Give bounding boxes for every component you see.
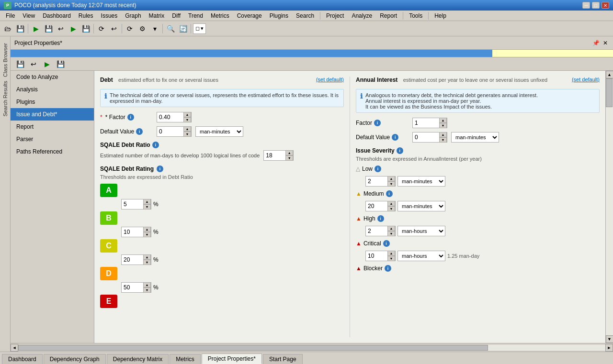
sqale-ratio-up[interactable]: ▲ [285, 150, 293, 155]
threshold-2-value[interactable] [122, 227, 143, 237]
threshold-2-down[interactable]: ▼ [143, 232, 151, 237]
panel-pin-button[interactable]: 📌 [592, 39, 600, 47]
menu-diff[interactable]: Diff [168, 11, 184, 20]
debt-default-unit-select[interactable]: man-minutes man-hours man-days [195, 126, 243, 137]
tb-run2-button[interactable]: ▶ [68, 23, 79, 34]
annual-default-down[interactable]: ▼ [439, 137, 447, 143]
debt-default-down[interactable]: ▼ [183, 132, 191, 137]
menu-search[interactable]: Search [292, 11, 318, 20]
debt-default-info-btn[interactable]: i [136, 128, 143, 135]
severity-medium-input[interactable]: ▲ ▼ [365, 201, 396, 211]
tb-new-button[interactable]: 🗁 [2, 23, 13, 34]
sqale-ratio-value[interactable] [264, 151, 285, 160]
scrollbar-track[interactable] [606, 78, 613, 335]
maximize-button[interactable]: □ [592, 2, 600, 9]
severity-high-unit-select[interactable]: man-minutes man-hours man-days [397, 226, 445, 236]
annual-interest-set-default[interactable]: (set default) [572, 77, 600, 82]
annual-default-up[interactable]: ▲ [439, 132, 447, 137]
minimize-button[interactable]: ─ [582, 2, 590, 9]
severity-high-up[interactable]: ▲ [387, 226, 395, 231]
nav-report[interactable]: Report [11, 121, 94, 133]
threshold-1-input[interactable]: ▲ ▼ [121, 199, 151, 210]
severity-medium-down[interactable]: ▼ [387, 206, 395, 211]
scrollbar-thumb[interactable] [606, 78, 613, 107]
menu-metrics[interactable]: Metrics [207, 11, 233, 20]
threshold-3-down[interactable]: ▼ [143, 260, 151, 265]
tab-dependency-matrix[interactable]: Dependency Matrix [107, 354, 169, 364]
menu-issues[interactable]: Issues [97, 11, 122, 20]
tab-dependency-graph[interactable]: Dependency Graph [44, 354, 106, 364]
tb-nav-dropdown[interactable]: ◻ ▾ [193, 23, 206, 34]
threshold-4-input[interactable]: ▲ ▼ [121, 282, 151, 293]
sqale-ratio-input[interactable]: ▲ ▼ [263, 150, 294, 161]
panel-run-button[interactable]: ▶ [41, 58, 53, 70]
sqale-ratio-info-btn[interactable]: i [152, 142, 159, 148]
tb-back-button[interactable]: ↩ [108, 23, 120, 34]
debt-factor-info-btn[interactable]: i [127, 114, 134, 121]
severity-low-down[interactable]: ▼ [387, 181, 395, 187]
annual-factor-value[interactable] [413, 118, 439, 128]
severity-critical-value[interactable] [366, 251, 387, 261]
debt-factor-up[interactable]: ▲ [183, 112, 191, 117]
threshold-2-input[interactable]: ▲ ▼ [121, 227, 151, 237]
tb-refresh-button[interactable]: ⟳ [96, 23, 107, 34]
threshold-1-value[interactable] [122, 199, 143, 209]
tb-undo-button[interactable]: ↩ [55, 23, 67, 34]
severity-blocker-info-btn[interactable]: i [385, 265, 391, 272]
threshold-1-up[interactable]: ▲ [143, 199, 151, 204]
menu-file[interactable]: File [2, 11, 19, 20]
sidebar-label-search-results[interactable]: Search Results [1, 79, 9, 119]
tab-metrics[interactable]: Metrics [170, 354, 201, 364]
annual-factor-input[interactable]: ▲ ▼ [412, 118, 447, 128]
nav-issue-and-debt[interactable]: Issue and Debt* [11, 108, 94, 121]
severity-critical-up[interactable]: ▲ [387, 251, 395, 256]
menu-plugins[interactable]: Plugins [266, 11, 292, 20]
h-scroll-right-btn[interactable]: ► [605, 344, 613, 352]
annual-factor-info-btn[interactable]: i [374, 120, 381, 126]
debt-factor-down[interactable]: ▼ [183, 117, 191, 122]
debt-default-value[interactable] [157, 127, 183, 136]
severity-medium-up[interactable]: ▲ [387, 201, 395, 206]
tb-save2-button[interactable]: 💾 [43, 23, 54, 34]
nav-analysis[interactable]: Analysis [11, 83, 94, 96]
severity-low-unit-select[interactable]: man-minutes man-hours man-days [397, 176, 445, 187]
annual-default-info-btn[interactable]: i [392, 134, 398, 141]
severity-high-info-btn[interactable]: i [377, 215, 384, 222]
menu-view[interactable]: View [19, 11, 39, 20]
severity-low-value[interactable] [366, 176, 387, 186]
menu-graph[interactable]: Graph [121, 11, 145, 20]
scrollbar-up-btn[interactable]: ▲ [606, 71, 613, 78]
threshold-4-down[interactable]: ▼ [143, 287, 151, 293]
panel-close-button[interactable]: ✕ [602, 39, 609, 47]
menu-rules[interactable]: Rules [75, 11, 97, 20]
debt-set-default[interactable]: (set default) [316, 77, 344, 82]
menu-project[interactable]: Project [322, 11, 348, 20]
debt-default-up[interactable]: ▲ [183, 126, 191, 132]
severity-high-value[interactable] [366, 226, 387, 236]
threshold-3-input[interactable]: ▲ ▼ [121, 254, 151, 265]
severity-high-input[interactable]: ▲ ▼ [365, 226, 396, 236]
threshold-1-down[interactable]: ▼ [143, 204, 151, 210]
h-scroll-left-btn[interactable]: ◄ [11, 344, 18, 352]
severity-high-down[interactable]: ▼ [387, 231, 395, 236]
severity-medium-value[interactable] [366, 201, 387, 211]
tab-project-properties[interactable]: Project Properties* [202, 353, 262, 364]
annual-default-unit-select[interactable]: man-minutes man-hours man-days [451, 132, 499, 143]
severity-low-up[interactable]: ▲ [387, 176, 395, 181]
menu-report[interactable]: Report [376, 11, 401, 20]
threshold-4-up[interactable]: ▲ [143, 282, 151, 287]
tb-save-button[interactable]: 💾 [14, 23, 26, 34]
threshold-3-up[interactable]: ▲ [143, 254, 151, 260]
severity-low-input[interactable]: ▲ ▼ [365, 176, 396, 187]
tb-settings-button[interactable]: ⚙ [136, 23, 148, 34]
tb-dropdown-button[interactable]: ▾ [149, 23, 160, 34]
h-scroll-thumb[interactable] [18, 345, 488, 351]
sidebar-label-class-browser[interactable]: Class Browser [1, 41, 9, 79]
threshold-2-up[interactable]: ▲ [143, 227, 151, 232]
tb-run-button[interactable]: ▶ [30, 23, 42, 34]
severity-critical-info-btn[interactable]: i [383, 240, 390, 247]
tab-dashboard[interactable]: Dashboard [2, 354, 43, 364]
menu-coverage[interactable]: Coverage [233, 11, 266, 20]
nav-plugins[interactable]: Plugins [11, 96, 94, 108]
tab-start-page[interactable]: Start Page [263, 354, 303, 364]
